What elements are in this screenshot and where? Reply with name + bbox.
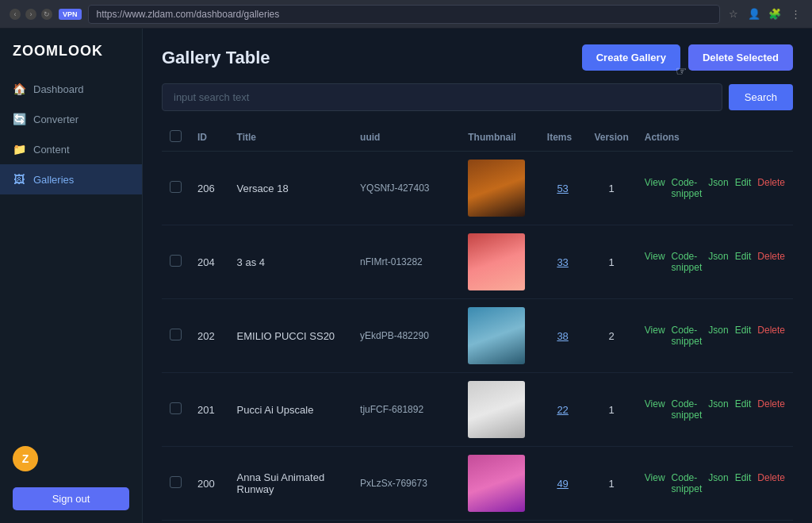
row-version: 1 bbox=[586, 447, 636, 521]
action-delete-link[interactable]: Delete bbox=[757, 251, 785, 273]
page-header: Gallery Table Create Gallery ☞ Delete Se… bbox=[143, 29, 812, 83]
action-code-snippet-link[interactable]: Code-snippet bbox=[672, 398, 703, 421]
extensions-icon[interactable]: 🧩 bbox=[768, 7, 782, 21]
col-header-thumbnail: Thumbnail bbox=[460, 124, 539, 152]
header-buttons: Create Gallery ☞ Delete Selected bbox=[582, 44, 793, 71]
row-thumbnail bbox=[460, 225, 539, 299]
col-header-items: Items bbox=[539, 124, 587, 152]
row-title: Versace 18 bbox=[229, 152, 353, 225]
sidebar-item-converter[interactable]: 🔄 Converter bbox=[0, 104, 142, 134]
action-edit-link[interactable]: Edit bbox=[735, 472, 752, 494]
action-view-link[interactable]: View bbox=[645, 251, 665, 273]
items-count-link[interactable]: 22 bbox=[557, 404, 568, 416]
sidebar-nav: 🏠 Dashboard 🔄 Converter 📁 Content 🖼 Gall… bbox=[0, 74, 142, 433]
action-code-snippet-link[interactable]: Code-snippet bbox=[672, 472, 703, 494]
items-count-link[interactable]: 49 bbox=[557, 478, 568, 490]
action-view-link[interactable]: View bbox=[645, 472, 665, 494]
row-checkbox-206[interactable] bbox=[170, 181, 182, 193]
sidebar-item-galleries[interactable]: 🖼 Galleries bbox=[0, 164, 142, 194]
back-button[interactable]: ‹ bbox=[10, 9, 21, 20]
action-delete-link[interactable]: Delete bbox=[757, 398, 785, 421]
sidebar-item-content[interactable]: 📁 Content bbox=[0, 134, 142, 164]
row-version: 1 bbox=[586, 373, 636, 447]
row-title: 3 as 4 bbox=[229, 225, 353, 299]
row-thumbnail bbox=[460, 373, 539, 447]
row-title: Anna Sui Animated Runway bbox=[229, 447, 353, 521]
action-delete-link[interactable]: Delete bbox=[757, 472, 785, 494]
row-uuid: tjuFCF-681892 bbox=[352, 373, 460, 447]
refresh-button[interactable]: ↻ bbox=[41, 9, 52, 20]
address-bar[interactable]: https://www.zldam.com/dashboard/gallerie… bbox=[88, 5, 720, 24]
action-delete-link[interactable]: Delete bbox=[757, 325, 785, 347]
action-code-snippet-link[interactable]: Code-snippet bbox=[672, 325, 703, 347]
action-code-snippet-link[interactable]: Code-snippet bbox=[672, 177, 703, 199]
action-edit-link[interactable]: Edit bbox=[735, 177, 752, 199]
forward-button[interactable]: › bbox=[25, 9, 36, 20]
page-title: Gallery Table bbox=[162, 48, 270, 68]
action-edit-link[interactable]: Edit bbox=[735, 398, 752, 421]
select-all-checkbox[interactable] bbox=[170, 130, 182, 142]
row-uuid: nFIMrt-013282 bbox=[352, 225, 460, 299]
action-json-link[interactable]: Json bbox=[708, 472, 728, 494]
row-checkbox-cell bbox=[162, 152, 190, 225]
row-checkbox-204[interactable] bbox=[170, 255, 182, 267]
row-checkbox-cell bbox=[162, 225, 190, 299]
search-button[interactable]: Search bbox=[729, 84, 793, 110]
sign-out-button[interactable]: Sign out bbox=[13, 487, 129, 510]
table-row: 201 Pucci Ai Upscale tjuFCF-681892 22 1 … bbox=[162, 373, 793, 447]
row-checkbox-cell bbox=[162, 373, 190, 447]
sidebar-item-label-content: Content bbox=[33, 144, 70, 156]
sidebar-item-label-converter: Converter bbox=[33, 113, 79, 125]
row-title: Pucci Ai Upscale bbox=[229, 373, 353, 447]
action-json-link[interactable]: Json bbox=[708, 177, 728, 199]
gallery-table-wrapper: ID Title uuid Thumbnail Items Version Ac… bbox=[143, 124, 812, 521]
star-icon[interactable]: ☆ bbox=[726, 7, 741, 21]
vpn-badge: VPN bbox=[59, 9, 82, 20]
col-header-title: Title bbox=[229, 124, 353, 152]
row-version: 2 bbox=[586, 299, 636, 373]
row-thumbnail bbox=[460, 299, 539, 373]
items-count-link[interactable]: 53 bbox=[557, 183, 568, 194]
sidebar-item-dashboard[interactable]: 🏠 Dashboard bbox=[0, 74, 142, 104]
row-checkbox-cell bbox=[162, 447, 190, 521]
row-checkbox-202[interactable] bbox=[170, 329, 182, 340]
action-code-snippet-link[interactable]: Code-snippet bbox=[672, 251, 703, 273]
table-row: 200 Anna Sui Animated Runway PxLzSx-7696… bbox=[162, 447, 793, 521]
table-row: 204 3 as 4 nFIMrt-013282 33 1 ViewCode-s… bbox=[162, 225, 793, 299]
items-count-link[interactable]: 33 bbox=[557, 256, 568, 268]
action-json-link[interactable]: Json bbox=[708, 398, 728, 421]
items-count-link[interactable]: 38 bbox=[557, 330, 568, 342]
search-input[interactable] bbox=[162, 83, 722, 111]
table-row: 202 EMILIO PUCCI SS20 yEkdPB-482290 38 2… bbox=[162, 299, 793, 373]
sidebar-item-label-dashboard: Dashboard bbox=[33, 83, 84, 95]
row-items: 33 bbox=[539, 225, 587, 299]
action-edit-link[interactable]: Edit bbox=[735, 251, 752, 273]
avatar: Z bbox=[13, 446, 38, 471]
col-header-id: ID bbox=[190, 124, 229, 152]
col-header-version: Version bbox=[586, 124, 636, 152]
search-bar: Search bbox=[143, 83, 812, 124]
profile-icon[interactable]: 👤 bbox=[747, 7, 761, 21]
menu-icon[interactable]: ⋮ bbox=[788, 7, 802, 21]
row-checkbox-cell bbox=[162, 299, 190, 373]
row-items: 53 bbox=[539, 152, 587, 225]
row-checkbox-200[interactable] bbox=[170, 476, 182, 488]
delete-selected-button[interactable]: Delete Selected bbox=[688, 44, 793, 71]
row-checkbox-201[interactable] bbox=[170, 402, 182, 414]
action-view-link[interactable]: View bbox=[645, 398, 665, 421]
action-json-link[interactable]: Json bbox=[708, 251, 728, 273]
action-delete-link[interactable]: Delete bbox=[757, 177, 785, 199]
row-uuid: PxLzSx-769673 bbox=[352, 447, 460, 521]
main-content: Gallery Table Create Gallery ☞ Delete Se… bbox=[143, 29, 812, 523]
action-edit-link[interactable]: Edit bbox=[735, 325, 752, 347]
action-view-link[interactable]: View bbox=[645, 325, 665, 347]
converter-icon: 🔄 bbox=[13, 113, 25, 125]
sidebar-item-label-galleries: Galleries bbox=[33, 174, 74, 186]
action-view-link[interactable]: View bbox=[645, 177, 665, 199]
row-actions: ViewCode-snippetJsonEditDelete bbox=[637, 299, 793, 373]
row-items: 38 bbox=[539, 299, 587, 373]
row-id: 204 bbox=[190, 225, 229, 299]
home-icon: 🏠 bbox=[13, 83, 25, 95]
create-gallery-button[interactable]: Create Gallery bbox=[582, 44, 680, 71]
action-json-link[interactable]: Json bbox=[708, 325, 728, 347]
